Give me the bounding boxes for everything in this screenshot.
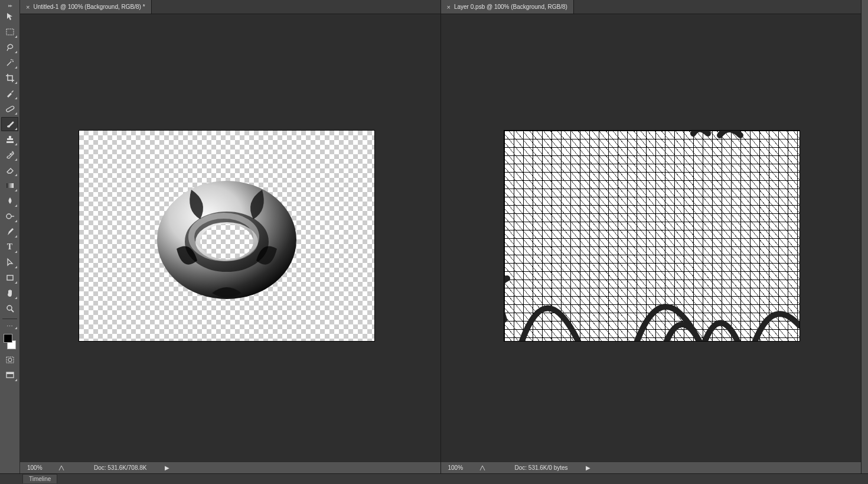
path-selection-tool[interactable]	[1, 255, 18, 269]
foreground-color-swatch[interactable]	[4, 334, 12, 343]
canvas-area[interactable]	[20, 14, 440, 462]
zoom-icon	[5, 304, 15, 313]
path-selection-icon	[5, 258, 15, 267]
zoom-preview-icon[interactable]	[474, 465, 491, 471]
magic-wand-tool[interactable]	[1, 56, 18, 70]
zoom-level[interactable]: 100%	[441, 464, 474, 471]
zoom-level[interactable]: 100%	[20, 464, 53, 471]
submenu-indicator-icon	[15, 220, 17, 222]
crop-tool[interactable]	[1, 71, 18, 85]
submenu-indicator-icon	[15, 97, 17, 99]
doc-info-menu-icon[interactable]: ▶	[568, 464, 590, 471]
history-brush-icon	[5, 150, 15, 160]
submenu-indicator-icon	[15, 66, 17, 69]
rectangle-icon	[5, 273, 15, 282]
canvas[interactable]	[79, 131, 374, 341]
svg-point-14	[157, 181, 296, 299]
eyedropper-tool[interactable]	[1, 86, 18, 100]
eyedropper-icon	[5, 89, 15, 98]
bandage-icon	[5, 104, 15, 113]
torus-artwork	[156, 178, 298, 302]
eraser-icon	[5, 165, 15, 175]
lasso-icon	[5, 43, 15, 52]
svg-point-3	[6, 214, 11, 219]
zoom-preview-icon[interactable]	[53, 465, 70, 471]
zoom-tool[interactable]	[1, 301, 18, 316]
gradient-icon	[5, 181, 15, 190]
gradient-tool[interactable]	[1, 178, 18, 193]
close-tab-icon[interactable]: ×	[447, 4, 451, 11]
submenu-indicator-icon	[15, 143, 17, 145]
doc-info-menu-icon[interactable]: ▶	[147, 464, 169, 471]
screen-mode-tool[interactable]	[1, 368, 18, 382]
document-tab[interactable]: × Layer 0.psb @ 100% (Background, RGB/8)	[441, 0, 574, 14]
canvas[interactable]	[504, 131, 800, 341]
blur-icon	[5, 196, 15, 206]
document-2: × Layer 0.psb @ 100% (Background, RGB/8)	[441, 0, 862, 473]
pen-tool[interactable]	[1, 225, 18, 239]
quick-mask-icon	[5, 355, 15, 365]
close-tab-icon[interactable]: ×	[26, 4, 30, 11]
right-panel-collapsed[interactable]	[861, 0, 868, 473]
expand-panel-button[interactable]: ▸▸	[1, 2, 18, 8]
eraser-tool[interactable]	[1, 163, 18, 177]
clone-stamp-tool[interactable]	[1, 132, 18, 147]
rectangle-tool[interactable]	[1, 271, 18, 285]
document-tab[interactable]: × Untitled-1 @ 100% (Background, RGB/8) …	[20, 0, 152, 14]
submenu-indicator-icon	[15, 235, 17, 238]
brush-icon	[5, 119, 15, 129]
submenu-indicator-icon	[15, 379, 17, 381]
svg-point-6	[7, 306, 12, 310]
stamp-icon	[5, 135, 15, 144]
submenu-indicator-icon	[15, 158, 17, 161]
app-root: ▸▸	[0, 0, 868, 484]
type-tool[interactable]: T	[1, 240, 18, 254]
svg-rect-2	[6, 183, 14, 188]
crop-icon	[5, 73, 15, 83]
brush-tool[interactable]	[1, 117, 18, 131]
timeline-tab[interactable]: Timeline	[22, 474, 57, 483]
submenu-indicator-icon	[15, 189, 17, 191]
edit-toolbar-button[interactable]: ⋯	[1, 322, 18, 330]
move-tool[interactable]	[1, 9, 18, 24]
wand-icon	[5, 58, 15, 67]
lasso-tool[interactable]	[1, 40, 18, 54]
texture-arcs	[504, 131, 800, 341]
expand-arrows-icon: ▸▸	[8, 3, 12, 8]
color-swatches[interactable]	[2, 333, 17, 350]
bottom-panel: Timeline	[0, 473, 868, 484]
history-brush-tool[interactable]	[1, 148, 18, 162]
screen-mode-icon	[5, 371, 15, 380]
submenu-indicator-icon	[15, 112, 17, 115]
status-bar: 100% Doc: 531.6K/0 bytes ▶	[441, 462, 862, 473]
document-tab-title: Untitled-1 @ 100% (Background, RGB/8) *	[33, 4, 145, 10]
document-tab-bar: × Untitled-1 @ 100% (Background, RGB/8) …	[20, 0, 440, 14]
submenu-indicator-icon	[15, 266, 17, 268]
canvas-area[interactable]	[441, 14, 862, 462]
submenu-indicator-icon	[15, 251, 17, 253]
document-tab-bar: × Layer 0.psb @ 100% (Background, RGB/8)	[441, 0, 862, 14]
hand-tool[interactable]	[1, 286, 18, 300]
svg-rect-0	[6, 29, 14, 35]
move-icon	[5, 12, 15, 21]
document-tab-title: Layer 0.psb @ 100% (Background, RGB/8)	[454, 4, 567, 10]
submenu-indicator-icon	[15, 281, 17, 284]
quick-mask-mode[interactable]	[1, 353, 18, 367]
healing-brush-tool[interactable]	[1, 102, 18, 116]
type-icon: T	[7, 242, 12, 252]
status-bar: 100% Doc: 531.6K/708.8K ▶	[20, 462, 440, 473]
blur-tool[interactable]	[1, 194, 18, 208]
marquee-icon	[5, 27, 15, 37]
doc-info[interactable]: Doc: 531.6K/708.8K	[70, 464, 147, 471]
main-area: ▸▸	[0, 0, 868, 473]
marquee-tool[interactable]	[1, 25, 18, 39]
dodge-tool[interactable]	[1, 209, 18, 223]
doc-info[interactable]: Doc: 531.6K/0 bytes	[491, 464, 568, 471]
submenu-indicator-icon	[15, 297, 17, 299]
ellipsis-icon: ⋯	[6, 323, 13, 330]
submenu-indicator-icon	[15, 51, 17, 53]
submenu-indicator-icon	[15, 174, 17, 176]
svg-point-9	[8, 358, 12, 362]
submenu-indicator-icon	[15, 82, 17, 84]
submenu-indicator-icon	[15, 204, 17, 207]
